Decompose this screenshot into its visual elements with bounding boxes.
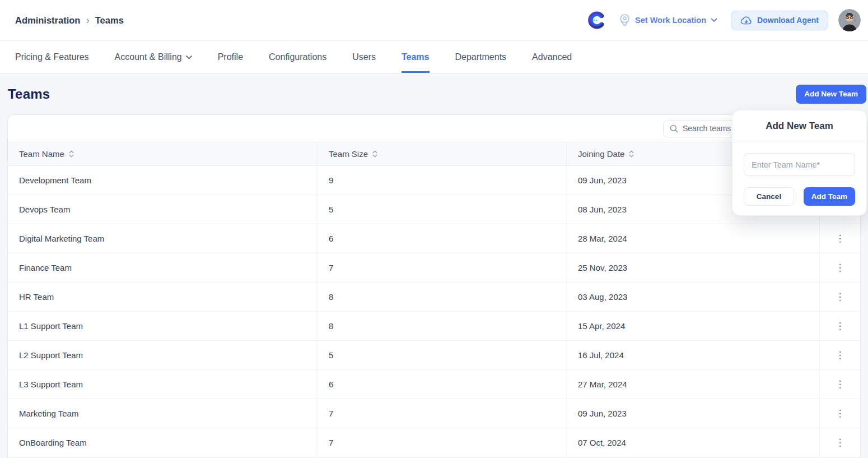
team-name-cell: Marketing Team <box>8 399 317 428</box>
tab-teams[interactable]: Teams <box>402 41 430 73</box>
team-name-cell: Devops Team <box>8 195 317 224</box>
team-name-cell: Finance Team <box>8 253 317 282</box>
joining-date-cell: 27 Mar, 2024 <box>566 370 819 399</box>
team-size-cell: 8 <box>317 283 566 311</box>
kebab-menu-icon[interactable]: ⋮ <box>832 319 849 333</box>
team-size-cell: 9 <box>317 166 566 195</box>
team-name-cell: L2 Support Team <box>8 341 317 369</box>
team-name-cell: Digital Marketing Team <box>8 224 317 253</box>
sort-icon <box>629 150 634 158</box>
tab-pricing-features[interactable]: Pricing & Features <box>15 41 89 73</box>
location-pin-icon <box>619 13 631 27</box>
table-row: L2 Support Team 5 16 Jul, 2024 ⋮ <box>8 341 860 370</box>
team-size-cell: 6 <box>317 370 566 399</box>
table-row: Digital Marketing Team 6 28 Mar, 2024 ⋮ <box>8 224 860 253</box>
breadcrumb: Administration › Teams <box>15 15 124 26</box>
table-row: Finance Team 7 25 Nov, 2023 ⋮ <box>8 253 860 283</box>
search-icon <box>670 124 678 133</box>
cloud-download-icon <box>740 16 752 25</box>
table-row: HR Team 8 03 Aug, 2023 ⋮ <box>8 283 860 312</box>
tab-advanced[interactable]: Advanced <box>532 41 572 73</box>
table-row: OnBoarding Team 7 07 Oct, 2024 ⋮ <box>8 428 860 457</box>
team-name-cell: L1 Support Team <box>8 312 317 340</box>
joining-date-cell: 16 Jul, 2024 <box>566 341 819 369</box>
team-name-input[interactable] <box>744 153 855 176</box>
add-new-team-popover: Add New Team Cancel Add Team <box>732 110 867 216</box>
kebab-menu-icon[interactable]: ⋮ <box>832 348 849 362</box>
sort-icon <box>372 150 377 158</box>
column-header-team-name[interactable]: Team Name <box>8 142 317 165</box>
row-actions-cell: ⋮ <box>819 283 860 311</box>
download-agent-button[interactable]: Download Agent <box>731 11 828 30</box>
set-work-location[interactable]: Set Work Location <box>619 13 717 27</box>
row-actions-cell: ⋮ <box>819 224 860 253</box>
joining-date-cell: 28 Mar, 2024 <box>566 224 819 253</box>
breadcrumb-chevron-icon: › <box>86 15 89 26</box>
joining-date-cell: 03 Aug, 2023 <box>566 283 819 311</box>
page: Administration › Teams <box>0 0 868 458</box>
tab-configurations[interactable]: Configurations <box>269 41 326 73</box>
team-size-cell: 7 <box>317 428 566 457</box>
cancel-button[interactable]: Cancel <box>744 187 794 206</box>
row-actions-cell: ⋮ <box>819 253 860 282</box>
kebab-menu-icon[interactable]: ⋮ <box>832 261 849 275</box>
team-name-cell: Development Team <box>8 166 317 195</box>
team-name-cell: L3 Support Team <box>8 370 317 399</box>
breadcrumb-current: Teams <box>95 15 124 26</box>
c-logo <box>587 11 605 29</box>
column-header-team-size[interactable]: Team Size <box>317 142 566 165</box>
avatar[interactable] <box>838 9 861 31</box>
sort-icon <box>69 150 74 158</box>
team-size-cell: 5 <box>317 195 566 224</box>
team-size-cell: 7 <box>317 399 566 428</box>
table-row: Marketing Team 7 09 Jun, 2023 ⋮ <box>8 399 860 428</box>
team-size-cell: 7 <box>317 253 566 282</box>
tab-departments[interactable]: Departments <box>455 41 507 73</box>
joining-date-cell: 15 Apr, 2024 <box>566 312 819 340</box>
tab-account-billing[interactable]: Account & Billing <box>115 41 192 73</box>
tab-bar: Pricing & Features Account & Billing Pro… <box>0 41 868 73</box>
row-actions-cell: ⋮ <box>819 428 860 457</box>
add-team-button[interactable]: Add Team <box>804 187 855 206</box>
chevron-down-icon <box>186 55 192 59</box>
kebab-menu-icon[interactable]: ⋮ <box>832 232 849 246</box>
team-size-cell: 8 <box>317 312 566 340</box>
tab-profile[interactable]: Profile <box>218 41 243 73</box>
team-size-cell: 6 <box>317 224 566 253</box>
page-title: Teams <box>8 86 50 102</box>
breadcrumb-administration[interactable]: Administration <box>15 15 80 26</box>
row-actions-cell: ⋮ <box>819 370 860 399</box>
table-row: L1 Support Team 8 15 Apr, 2024 ⋮ <box>8 312 860 341</box>
joining-date-cell: 09 Jun, 2023 <box>566 399 819 428</box>
row-actions-cell: ⋮ <box>819 341 860 369</box>
chevron-down-icon <box>711 18 717 22</box>
page-header: Teams Add New Team <box>0 73 868 114</box>
popover-title: Add New Team <box>732 110 866 142</box>
row-actions-cell: ⋮ <box>819 399 860 428</box>
set-work-location-label: Set Work Location <box>635 16 706 25</box>
team-name-cell: OnBoarding Team <box>8 428 317 457</box>
table-row: L3 Support Team 6 27 Mar, 2024 ⋮ <box>8 370 860 399</box>
kebab-menu-icon[interactable]: ⋮ <box>832 406 849 420</box>
row-actions-cell: ⋮ <box>819 312 860 340</box>
kebab-menu-icon[interactable]: ⋮ <box>832 436 849 450</box>
team-size-cell: 5 <box>317 341 566 369</box>
team-name-cell: HR Team <box>8 283 317 311</box>
top-header: Administration › Teams <box>0 0 868 41</box>
joining-date-cell: 25 Nov, 2023 <box>566 253 819 282</box>
kebab-menu-icon[interactable]: ⋮ <box>832 290 849 304</box>
tab-users[interactable]: Users <box>352 41 376 73</box>
joining-date-cell: 07 Oct, 2024 <box>566 428 819 457</box>
download-agent-label: Download Agent <box>757 16 819 25</box>
add-new-team-button[interactable]: Add New Team <box>796 85 866 104</box>
header-actions: Set Work Location Download Agent <box>587 9 861 31</box>
kebab-menu-icon[interactable]: ⋮ <box>832 377 849 391</box>
